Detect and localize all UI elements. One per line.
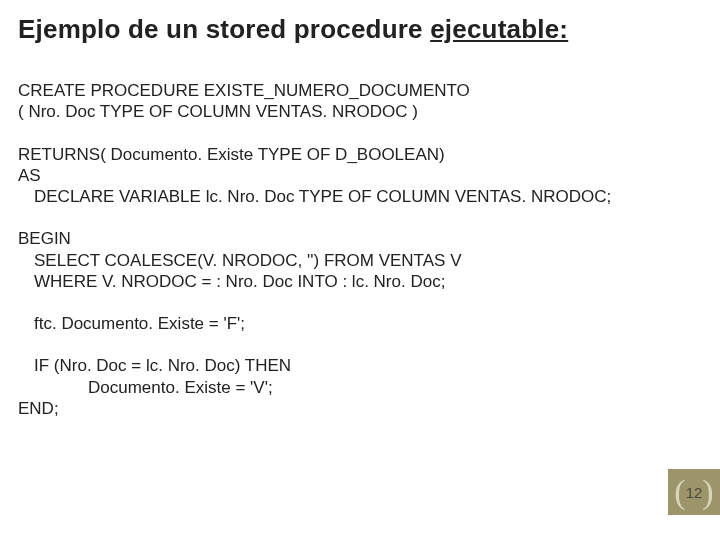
code-line: CREATE PROCEDURE EXISTE_NUMERO_DOCUMENTO <box>18 80 720 101</box>
code-line: BEGIN <box>18 228 720 249</box>
code-line: AS <box>18 165 720 186</box>
code-line: IF (Nro. Doc = lc. Nro. Doc) THEN <box>18 355 720 376</box>
code-indent: WHERE V. NRODOC = : Nro. Doc INTO : lc. … <box>18 271 445 292</box>
code-indent: ftc. Documento. Existe = 'F'; <box>18 313 245 334</box>
code-line: WHERE V. NRODOC = : Nro. Doc INTO : lc. … <box>18 271 720 292</box>
slide-title: Ejemplo de un stored procedure ejecutabl… <box>0 0 720 45</box>
title-prefix: Ejemplo de un stored procedure <box>18 14 430 44</box>
code-content: CREATE PROCEDURE EXISTE_NUMERO_DOCUMENTO… <box>0 45 720 419</box>
code-line: ftc. Documento. Existe = 'F'; <box>18 313 720 334</box>
code-block-2: RETURNS( Documento. Existe TYPE OF D_BOO… <box>18 144 720 208</box>
code-indent-deep: Documento. Existe = 'V'; <box>18 377 273 398</box>
bracket-right-icon: ) <box>702 475 713 509</box>
code-line: RETURNS( Documento. Existe TYPE OF D_BOO… <box>18 144 720 165</box>
page-number-badge: ( 12 ) <box>668 469 720 515</box>
code-line: Documento. Existe = 'V'; <box>18 377 720 398</box>
code-line: ( Nro. Doc TYPE OF COLUMN VENTAS. NRODOC… <box>18 101 720 122</box>
code-block-1: CREATE PROCEDURE EXISTE_NUMERO_DOCUMENTO… <box>18 80 720 123</box>
code-block-3: BEGIN SELECT COALESCE(V. NRODOC, '') FRO… <box>18 228 720 292</box>
code-line: DECLARE VARIABLE lc. Nro. Doc TYPE OF CO… <box>18 186 720 207</box>
page-badge-inner: ( 12 ) <box>668 469 720 515</box>
code-indent: IF (Nro. Doc = lc. Nro. Doc) THEN <box>18 355 291 376</box>
code-indent: SELECT COALESCE(V. NRODOC, '') FROM VENT… <box>18 250 461 271</box>
title-underlined: ejecutable: <box>430 14 568 44</box>
page-number: 12 <box>684 484 705 501</box>
code-indent: DECLARE VARIABLE lc. Nro. Doc TYPE OF CO… <box>18 186 611 207</box>
code-block-5: IF (Nro. Doc = lc. Nro. Doc) THEN Docume… <box>18 355 720 419</box>
code-line: END; <box>18 398 720 419</box>
code-line: SELECT COALESCE(V. NRODOC, '') FROM VENT… <box>18 250 720 271</box>
code-block-4: ftc. Documento. Existe = 'F'; <box>18 313 720 334</box>
